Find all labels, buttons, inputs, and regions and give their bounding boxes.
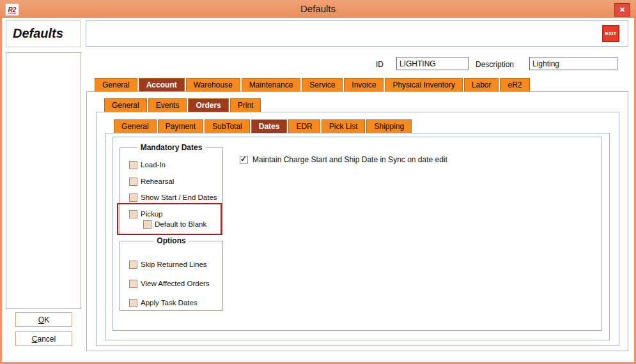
checkbox-label: Pickup xyxy=(141,210,163,218)
defaults-window: Defaults R2 ✕ Defaults OK Cancel EXIT ID… xyxy=(0,0,636,364)
checkbox-label: Apply Task Dates xyxy=(141,299,198,307)
tab-warehouse[interactable]: Warehouse xyxy=(186,78,240,91)
checkbox-row-pickup[interactable]: Pickup xyxy=(129,209,163,218)
checkbox-load-in[interactable] xyxy=(129,161,137,169)
description-field[interactable] xyxy=(529,57,617,70)
tab-subtotal[interactable]: SubTotal xyxy=(205,119,250,133)
titlebar: Defaults R2 ✕ xyxy=(0,0,636,18)
checkbox-row-rehearsal[interactable]: Rehearsal xyxy=(129,177,174,186)
close-icon[interactable]: ✕ xyxy=(614,3,630,17)
tab-dates[interactable]: Dates xyxy=(251,119,288,133)
cancel-button[interactable]: Cancel xyxy=(15,331,72,346)
checkbox-row-apply-task-dates[interactable]: Apply Task Dates xyxy=(129,298,198,307)
checkbox-row-load-in[interactable]: Load-In xyxy=(129,160,166,169)
checkbox-apply-task-dates[interactable] xyxy=(129,299,137,307)
ok-button[interactable]: OK xyxy=(15,312,72,327)
checkbox-maintain-charge-sync[interactable] xyxy=(240,156,248,164)
tab-general[interactable]: General xyxy=(104,98,147,112)
tabstrip-level3: GeneralPaymentSubTotalDatesEDRPick ListS… xyxy=(114,119,413,133)
cancel-button-label: Cancel xyxy=(16,333,72,345)
mandatory-dates-group-label: Mandatory Dates xyxy=(137,143,206,152)
checkbox-skip-returned-lines[interactable] xyxy=(129,261,137,269)
left-title-box: Defaults xyxy=(6,20,81,47)
window-title: Defaults xyxy=(0,0,636,18)
checkbox-label: Default to Blank xyxy=(155,220,206,228)
tab-edr[interactable]: EDR xyxy=(288,119,320,133)
page-title: Defaults xyxy=(13,26,81,41)
tabstrip-level1: GeneralAccountWarehouseMaintenanceServic… xyxy=(95,78,531,91)
options-group-label: Options xyxy=(153,236,189,245)
tab-pick-list[interactable]: Pick List xyxy=(322,119,366,133)
tab-shipping[interactable]: Shipping xyxy=(366,119,412,133)
checkbox-show-start-end-dates[interactable] xyxy=(129,193,137,202)
tabstrip-level2: GeneralEventsOrdersPrint xyxy=(104,98,262,112)
checkbox-label: Load-In xyxy=(141,161,166,169)
tab-service[interactable]: Service xyxy=(302,78,343,91)
checkbox-label: Rehearsal xyxy=(141,178,174,185)
mandatory-dates-group: Mandatory Dates Load-InRehearsalShow Sta… xyxy=(120,148,223,235)
tab-general[interactable]: General xyxy=(95,78,137,91)
ok-button-label: OK xyxy=(16,314,72,326)
tab-payment[interactable]: Payment xyxy=(158,119,203,133)
checkbox-row-skip-returned-lines[interactable]: Skip Returned Lines xyxy=(129,260,207,269)
options-group: Options Skip Returned LinesView Affected… xyxy=(120,241,223,311)
tab-account[interactable]: Account xyxy=(139,78,185,91)
defaults-list[interactable] xyxy=(6,52,81,309)
tab-orders[interactable]: Orders xyxy=(188,98,228,112)
tab-general[interactable]: General xyxy=(114,119,157,133)
tab-er2[interactable]: eR2 xyxy=(500,78,529,91)
tab-physical-inventory[interactable]: Physical Inventory xyxy=(385,78,462,91)
id-field[interactable] xyxy=(396,57,469,70)
checkbox-row-show-start-end-dates[interactable]: Show Start / End Dates xyxy=(129,193,217,202)
tab-print[interactable]: Print xyxy=(230,98,261,112)
app-icon: R2 xyxy=(5,3,19,16)
checkbox-label: Skip Returned Lines xyxy=(141,261,207,268)
checkbox-pickup[interactable] xyxy=(129,210,137,218)
id-label: ID xyxy=(376,60,384,69)
window-body: Defaults OK Cancel EXIT ID Description G… xyxy=(2,18,634,362)
checkbox-default-to-blank[interactable] xyxy=(143,220,151,229)
checkbox-rehearsal[interactable] xyxy=(129,178,137,186)
checkbox-row-default-to-blank[interactable]: Default to Blank xyxy=(143,220,206,229)
checkbox-row-maintain-charge-sync[interactable]: Maintain Charge Start and Ship Date in S… xyxy=(240,155,447,164)
toolbar-strip: EXIT xyxy=(86,20,628,47)
checkbox-label: Maintain Charge Start and Ship Date in S… xyxy=(252,155,447,164)
description-label: Description xyxy=(476,60,514,69)
exit-button[interactable]: EXIT xyxy=(602,25,619,42)
tab-labor[interactable]: Labor xyxy=(464,78,499,91)
checkbox-label: View Affected Orders xyxy=(141,280,210,287)
checkbox-row-view-affected-orders[interactable]: View Affected Orders xyxy=(129,279,210,288)
checkbox-label: Show Start / End Dates xyxy=(141,193,217,201)
tab-events[interactable]: Events xyxy=(148,98,187,112)
tab-maintenance[interactable]: Maintenance xyxy=(242,78,301,91)
checkbox-view-affected-orders[interactable] xyxy=(129,280,137,288)
tab-invoice[interactable]: Invoice xyxy=(344,78,384,91)
